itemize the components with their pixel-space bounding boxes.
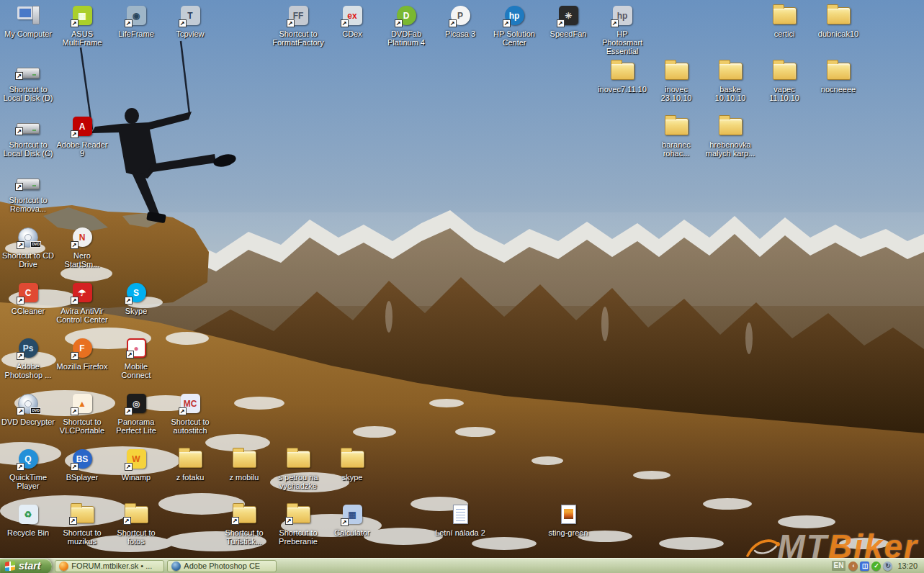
icon-label: My Computer: [1, 30, 55, 38]
desktop-icon-baske-10-10-10[interactable]: baske 10.10.10: [704, 59, 757, 102]
taskbar-clock[interactable]: 13:20: [897, 561, 918, 570]
shortcut-arrow-icon: [71, 19, 79, 27]
icon-glyph: hp: [613, 6, 632, 25]
icon-label: Shortcut to Local Disk (C): [1, 140, 55, 158]
icon-label: Skype: [109, 307, 163, 315]
desktop-icon-panorama-perfect-lite[interactable]: ◎ Panorama Perfect Lite: [109, 392, 163, 435]
desktop-icon-shortcut-to-fotos[interactable]: Shortcut to fotos: [109, 502, 163, 546]
icon-glyph: [233, 506, 256, 523]
desktop-icon-speedfan[interactable]: ✳ SpeedFan: [542, 4, 595, 38]
task-button-forum-mtbiker-sk[interactable]: FORUM.mtbiker.sk • ...: [55, 560, 164, 572]
tray-icons: ‹◫✓↻: [848, 561, 892, 571]
start-button[interactable]: start: [0, 559, 52, 573]
taskbar-tasks: FORUM.mtbiker.sk • ... Adobe Photoshop C…: [52, 559, 277, 573]
desktop-icon-my-computer[interactable]: My Computer: [1, 4, 55, 38]
icon-glyph: ◉: [127, 6, 146, 25]
desktop-icon-z-mobilu[interactable]: z mobilu: [217, 447, 271, 482]
desktop-icon-mozilla-firefox[interactable]: F Mozilla Firefox: [55, 336, 109, 371]
icon-label: SpeedFan: [542, 30, 595, 38]
desktop-icon-shortcut-to-turistick[interactable]: Shortcut to Turistick...: [217, 502, 271, 546]
desktop-icon-shortcut-to-preberanie[interactable]: Shortcut to Preberanie: [272, 502, 325, 546]
desktop-icon-lifeframe[interactable]: ◉ LifeFrame: [109, 4, 163, 38]
icon-label: vapec 11.10.10: [758, 85, 811, 102]
shortcut-arrow-icon: [71, 352, 79, 360]
desktop-icon-hp-solution-center[interactable]: hp HP Solution Center: [488, 4, 541, 47]
icon-label: dubnicak10: [812, 30, 865, 38]
desktop-icon-shortcut-to-remova[interactable]: Shortcut to Remova...: [1, 170, 55, 213]
desktop-icon-baranec-rohac[interactable]: baranec rohac...: [650, 114, 703, 158]
desktop-icon-asus-multiframe[interactable]: ▦ ASUS MultiFrame: [55, 4, 109, 47]
shortcut-arrow-icon: [341, 19, 349, 27]
icon-glyph: hp: [505, 6, 524, 25]
icon-glyph: ✳: [559, 6, 578, 25]
desktop-icon-sting-green[interactable]: sting-green: [542, 502, 595, 537]
desktop-icon-hrebenovka-malych-karp[interactable]: hrebenovka malych karp...: [704, 114, 757, 158]
desktop-icon-nero-startsm[interactable]: N Nero StartSm...: [55, 225, 109, 269]
desktop-icon-certici[interactable]: certici: [758, 4, 811, 38]
icon-label: z fotaku: [163, 473, 217, 482]
desktop-icon-tcpview[interactable]: T Tcpview: [163, 4, 217, 38]
desktop-icon-letn-n-lada-2[interactable]: Letní nálada 2: [434, 502, 487, 537]
icon-glyph: P: [451, 6, 470, 25]
desktop-icon-shortcut-to-local-disk-d[interactable]: Shortcut to Local Disk (D): [1, 59, 55, 102]
desktop-icon-dvd-decrypter[interactable]: DVD DVD Decrypter: [1, 392, 55, 426]
task-label: Adobe Photoshop CE: [184, 561, 260, 570]
network-status-icon[interactable]: ◫: [860, 561, 869, 571]
desktop-icon-inovec-23-10-10[interactable]: inovec 23.10.10: [650, 59, 703, 102]
icon-label: ASUS MultiFrame: [55, 30, 109, 47]
icon-glyph: FF: [289, 6, 308, 25]
hide-tray-icons-chevron[interactable]: ‹: [848, 561, 858, 571]
desktop-icon-shortcut-to-muzikus[interactable]: Shortcut to muzikus: [55, 502, 109, 546]
desktop-icon-cdex[interactable]: ex CDex: [326, 4, 379, 38]
icon-glyph: [233, 451, 256, 468]
desktop-icon-quicktime-player[interactable]: Q QuickTime Player: [1, 447, 55, 490]
security-center-icon[interactable]: ✓: [871, 561, 881, 571]
windows-logo-icon: [5, 561, 15, 571]
desktop-icon-shortcut-to-formatfactory[interactable]: FF Shortcut to FormatFactory: [272, 4, 325, 47]
desktop-icon-vapec-11-10-10[interactable]: vapec 11.10.10: [758, 59, 811, 102]
icon-label: Nero StartSm...: [55, 251, 109, 269]
shortcut-arrow-icon: [71, 130, 79, 138]
desktop-icon-picasa-3[interactable]: P Picasa 3: [434, 4, 487, 38]
desktop-icon-mobile-connect[interactable]: ● Mobile Connect: [109, 336, 163, 379]
icon-glyph: ▲: [73, 394, 92, 413]
system-tray: EN ‹◫✓↻ 13:20: [827, 559, 924, 573]
icon-glyph: [71, 506, 94, 523]
desktop-icon-shortcut-to-local-disk-c[interactable]: Shortcut to Local Disk (C): [1, 114, 55, 158]
icon-label: QuickTime Player: [1, 473, 55, 490]
desktop-icon-dvdfab-platinum-4[interactable]: D DVDFab Platinum 4: [380, 4, 433, 47]
desktop-icons: My Computer Shortcut to Local Disk (D) S…: [0, 0, 924, 558]
desktop-icon-shortcut-to-cd-drive[interactable]: DVD Shortcut to CD Drive: [1, 225, 55, 269]
desktop-icon-recycle-bin[interactable]: ♻ Recycle Bin: [1, 502, 55, 537]
icon-glyph: [17, 6, 40, 25]
update-scheduler-icon[interactable]: ↻: [883, 561, 892, 571]
desktop-icon-z-fotaku[interactable]: z fotaku: [163, 447, 217, 482]
icon-glyph: D: [397, 6, 416, 25]
desktop-icon-hp-photosmart-essential[interactable]: hp HP Photosmart Essential: [596, 4, 649, 55]
desktop-icon-calculator[interactable]: ▦ Calculator: [326, 502, 379, 537]
desktop-icon-bsplayer[interactable]: BS BSplayer: [55, 447, 109, 482]
desktop-icon-skype[interactable]: skype: [326, 447, 379, 482]
desktop-icon-avira-antivir-control-center[interactable]: ☂ Avira AntiVir Control Center: [55, 281, 109, 324]
desktop-icon-skype[interactable]: S Skype: [109, 281, 163, 315]
task-button-adobe-photoshop-ce[interactable]: Adobe Photoshop CE: [167, 560, 277, 572]
icon-glyph: ▦: [343, 505, 362, 524]
desktop-icon-adobe-reader-9[interactable]: A Adobe Reader 9: [55, 114, 109, 158]
icon-label: Winamp: [109, 473, 163, 482]
desktop-icon-inovec7-11-10[interactable]: inovec7.11.10: [596, 59, 649, 94]
desktop-icon-winamp[interactable]: W Winamp: [109, 447, 163, 482]
desktop-icon-shortcut-to-vlcportable[interactable]: ▲ Shortcut to VLCPortable: [55, 392, 109, 435]
icon-label: Shortcut to Turistick...: [217, 528, 271, 546]
icon-label: Tcpview: [163, 30, 217, 38]
desktop-icon-s-petrou-na-vychadzke[interactable]: s petrou na vychadzke: [272, 447, 325, 490]
language-indicator[interactable]: EN: [832, 561, 846, 571]
desktop-icon-adobe-photoshop[interactable]: Ps Adobe Photoshop ...: [1, 336, 55, 379]
icon-glyph: Ps: [19, 338, 38, 358]
icon-glyph: ●: [127, 338, 146, 358]
desktop-icon-nocneeee[interactable]: nocneeee: [812, 59, 865, 94]
icon-label: Calculator: [326, 528, 379, 537]
desktop-icon-shortcut-to-autostitch[interactable]: MC Shortcut to autostitch: [163, 392, 217, 435]
icon-label: Shortcut to Remova...: [1, 196, 55, 213]
desktop-icon-dubnicak10[interactable]: dubnicak10: [812, 4, 865, 38]
desktop-icon-ccleaner[interactable]: C CCleaner: [1, 281, 55, 315]
